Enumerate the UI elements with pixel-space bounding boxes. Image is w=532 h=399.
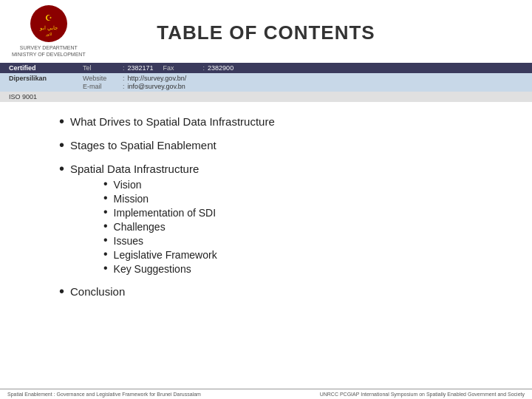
tel-label: Tel (83, 64, 120, 72)
sub-dot-3: • (103, 206, 108, 218)
bullet-text-2: Stages to Spatial Enablement (70, 139, 216, 151)
sub-dot-5: • (103, 234, 108, 246)
bullet-dot-3: • (59, 161, 64, 176)
info-bar-3: ISO 9001 (0, 92, 532, 102)
bullet-text-3: Spatial Data Infrastructure (70, 163, 199, 175)
info-bar-2: Dipersilikan Website : http://survey.gov… (0, 73, 532, 92)
website-row: Website : http://survey.gov.bn/ (83, 75, 186, 82)
sub-item-challenges: • Challenges (103, 221, 488, 233)
svg-text:اكور: اكور (45, 32, 52, 37)
header: ☪ جابي ابو اكور SURVEY DEPARTMENT MINIST… (0, 0, 532, 63)
sub-text-challenges: Challenges (114, 221, 166, 233)
tel-value: 2382171 (128, 64, 154, 72)
sub-dot-1: • (103, 178, 108, 190)
svg-text:☪: ☪ (45, 13, 52, 22)
bullet-text-4: Conclusion (70, 285, 125, 298)
sub-item-implementation: • Implementation of SDI (103, 207, 488, 219)
sub-dot-2: • (103, 192, 108, 204)
sub-text-mission: Mission (114, 193, 149, 205)
bullet-3-sub-list: • Vision • Mission • Implementation of S… (103, 179, 488, 275)
bullet-dot-2: • (59, 137, 64, 152)
content-area: • What Drives to Spatial Data Infrastruc… (0, 102, 532, 316)
sub-dot-4: • (103, 220, 108, 232)
tel-colon: : (123, 64, 125, 72)
footer-left: Spatial Enablement : Governance and Legi… (7, 392, 201, 397)
email-colon: : (123, 83, 125, 90)
bullet-dot-4: • (59, 284, 64, 299)
sub-text-vision: Vision (114, 179, 142, 191)
website-label: Website (83, 75, 120, 82)
bullet-3-main: • Spatial Data Infrastructure (59, 163, 488, 176)
sub-text-implementation: Implementation of SDI (114, 207, 216, 219)
sub-dot-7: • (103, 262, 108, 274)
sub-dot-6: • (103, 248, 108, 260)
sub-item-issues: • Issues (103, 235, 488, 247)
bullet-dot-1: • (59, 114, 64, 129)
sub-item-key-suggestions: • Key Suggestions (103, 263, 488, 275)
logo-area: ☪ جابي ابو اكور SURVEY DEPARTMENT MINIST… (12, 4, 86, 58)
sub-item-vision: • Vision (103, 179, 488, 191)
email-value: info@survey.gov.bn (128, 83, 185, 90)
footer: Spatial Enablement : Governance and Legi… (0, 389, 532, 399)
email-label: E-mail (83, 83, 120, 90)
fax-value: 2382900 (208, 64, 233, 72)
sub-item-legislative: • Legislative Framework (103, 249, 488, 261)
sub-text-issues: Issues (114, 235, 143, 247)
dipersilikan-label: Dipersilikan (9, 75, 68, 90)
website-value: http://survey.gov.bn/ (128, 75, 187, 82)
bullet-text-1: What Drives to Spatial Data Infrastructu… (70, 115, 275, 128)
logo-text: SURVEY DEPARTMENT MINISTRY OF DEVELOPMEN… (12, 44, 86, 58)
bullet-item-2: • Stages to Spatial Enablement (59, 139, 488, 152)
fax-colon: : (203, 64, 205, 72)
iso-label: ISO 9001 (9, 93, 37, 100)
bullet-item-1: • What Drives to Spatial Data Infrastruc… (59, 115, 488, 129)
svg-text:جابي ابو: جابي ابو (39, 25, 58, 31)
bullet-item-4: • Conclusion (59, 285, 488, 299)
certified-label: Certified (9, 64, 68, 72)
tel-row: Tel : 2382171 Fax : 2382900 (83, 64, 233, 72)
sub-text-legislative: Legislative Framework (114, 249, 217, 261)
fax-label: Fax (163, 64, 200, 72)
info-bar-2-details: Website : http://survey.gov.bn/ E-mail :… (83, 75, 186, 90)
bullet-item-3: • Spatial Data Infrastructure • Vision •… (59, 163, 488, 275)
footer-right: UNRCC PCGIAP International Symposium on … (320, 392, 525, 397)
info-bar-1-details: Tel : 2382171 Fax : 2382900 (83, 64, 233, 72)
email-row: E-mail : info@survey.gov.bn (83, 83, 186, 90)
info-bar-1: Certified Tel : 2382171 Fax : 2382900 (0, 63, 532, 73)
logo-emblem: ☪ جابي ابو اكور (30, 4, 68, 43)
page-title: TABLE OF CONTENTS (157, 21, 375, 44)
sub-text-key-suggestions: Key Suggestions (114, 263, 191, 275)
website-colon: : (123, 75, 125, 82)
sub-item-mission: • Mission (103, 193, 488, 205)
